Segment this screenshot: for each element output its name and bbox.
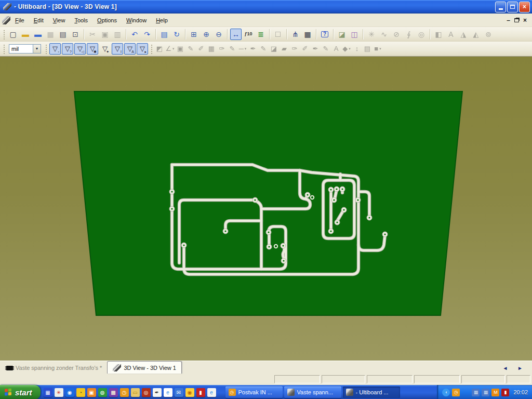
pad-hole-8 — [224, 230, 226, 232]
tray-network-1[interactable]: ▦ — [472, 389, 480, 396]
zoom-in-button[interactable]: ⊕ — [201, 29, 212, 40]
mdi-close-button[interactable]: × — [523, 17, 527, 24]
undo-button[interactable]: ↶ — [129, 29, 140, 40]
draw-tools: ◩∠ ▾▣✎✐▦✑✎─ ▾✒✎◪▰✑✐✒✎A◆ ▾↕▤■ ▾ — [154, 45, 383, 52]
birds-eye-button[interactable]: ◫ — [349, 29, 360, 40]
tray-messenger[interactable]: M — [491, 389, 499, 396]
menu-tools[interactable]: Tools — [70, 15, 92, 25]
print-button[interactable]: ▤ — [57, 29, 69, 40]
task-button-2[interactable]: Vaste spann... — [284, 387, 341, 398]
sheet-tab-1[interactable]: Vaste spanning zonder Transfo's * — [1, 362, 107, 374]
ql-save[interactable]: ▦ — [44, 388, 52, 397]
pad-hole-18 — [336, 221, 338, 223]
zoom-out-button[interactable]: ⊖ — [213, 29, 224, 40]
filter-query-button[interactable]: ▽? — [62, 43, 73, 55]
toolbar-grip[interactable] — [150, 44, 153, 54]
ql-pictures[interactable]: ▣ — [87, 388, 96, 397]
redraw-button[interactable]: ↻ — [171, 29, 182, 40]
select-area-button-icon: ☐ — [275, 31, 282, 38]
ql-web-search[interactable]: ◍ — [98, 388, 107, 397]
draw-tool-8: ✎ — [227, 45, 237, 52]
open-project-button[interactable]: ▬ — [32, 29, 44, 40]
draw-tool-7: ✑ — [217, 45, 227, 52]
start-button[interactable]: start — [0, 385, 41, 399]
filter-pads-button[interactable]: ▽▫ — [49, 43, 61, 55]
ql-mail[interactable]: ✉ — [175, 388, 183, 397]
menu-window[interactable]: Window — [122, 15, 151, 25]
design-toolbox-button[interactable]: ◪ — [336, 29, 348, 40]
zoom-window-button[interactable]: ⊞ — [188, 29, 200, 40]
mdi-minimize-button[interactable]: – — [507, 17, 510, 24]
help-button[interactable]: ? — [319, 29, 330, 40]
tray-chevron-icon[interactable]: ‹ — [442, 389, 450, 396]
ql-folder[interactable]: ▭ — [131, 388, 140, 397]
ql-hand[interactable]: ✳ — [55, 388, 63, 397]
mdi-restore-button[interactable] — [514, 18, 519, 22]
draw-tool-21: ▤ — [362, 45, 373, 52]
ql-browser2[interactable]: ◎ — [142, 388, 151, 397]
autoroute-button: ✳ — [366, 29, 377, 40]
print-preview-button[interactable]: ⊡ — [70, 29, 81, 40]
toolbar-grip[interactable] — [3, 44, 5, 54]
tray-clock-app[interactable]: ◷ — [452, 389, 460, 396]
filter-vias-button[interactable]: ▽✦ — [99, 43, 111, 55]
netlist-button-icon: ⊘ — [393, 31, 400, 38]
menu-file[interactable]: File — [10, 15, 29, 25]
units-combobox[interactable]: mil ▼ — [9, 44, 41, 54]
zoom-fit-button[interactable]: ↔ — [230, 29, 242, 40]
text-button: A — [445, 29, 457, 40]
rotate-ccw-button: ◭ — [470, 29, 482, 40]
minimize-button[interactable] — [495, 2, 506, 12]
layers-button[interactable]: ≣ — [255, 29, 267, 40]
properties-button[interactable]: ▤ — [158, 29, 170, 40]
ql-ie[interactable]: e — [164, 388, 172, 397]
tray-device[interactable]: ▮ — [501, 389, 509, 396]
toolbar-separator — [316, 29, 316, 39]
draw-tool-1: ◩ — [154, 45, 165, 52]
paste-button-icon: ▥ — [114, 31, 121, 38]
spreadsheet-button[interactable]: ▦ — [302, 29, 313, 40]
new-button[interactable]: ▢ — [7, 29, 19, 40]
select-area-button: ☐ — [272, 29, 284, 40]
zoom-scale-button[interactable]: ƒ10 — [243, 29, 254, 40]
filter-traces-button[interactable]: ▽I — [112, 43, 123, 55]
tray-display[interactable] — [462, 389, 470, 396]
ql-recorder[interactable]: ▮ — [196, 388, 205, 397]
ql-player[interactable]: ◉ — [65, 388, 74, 397]
ql-alarm[interactable]: ◉ — [185, 388, 194, 397]
menu-options[interactable]: Options — [92, 15, 122, 25]
redo-button[interactable]: ↷ — [141, 29, 153, 40]
filter-text-button[interactable]: ▽A — [124, 43, 136, 55]
viewport-3d[interactable] — [0, 56, 532, 361]
sheet-tab-2[interactable]: 3D View - 3D View 1 — [107, 361, 181, 374]
ql-ie-page[interactable]: e — [207, 388, 216, 397]
hierarchy-button[interactable]: ⋔ — [289, 29, 301, 40]
tab-scroll-arrows[interactable]: ◄ ► — [502, 365, 531, 371]
open-button[interactable]: ▬ — [20, 29, 31, 40]
pad-hole-15 — [336, 188, 337, 190]
filter-parts-button[interactable]: ▽✱ — [87, 43, 98, 55]
ql-scheduler[interactable]: ◔ — [76, 388, 85, 397]
ql-media[interactable]: ▩ — [109, 388, 118, 397]
close-button[interactable]: × — [519, 2, 530, 12]
toolbar-separator — [363, 29, 363, 39]
restore-button[interactable] — [507, 2, 518, 12]
ql-pointer[interactable]: ✒ — [153, 388, 162, 397]
ratsnest-button-icon: ∿ — [381, 31, 387, 38]
filter-shapes-button[interactable]: ▽◁ — [74, 43, 86, 55]
pad-hole-9 — [268, 231, 269, 233]
redraw-button-icon: ↻ — [174, 31, 180, 38]
toolbar-grip[interactable] — [3, 29, 5, 39]
task-button-3[interactable]: - Ultiboard ... — [343, 387, 400, 398]
ql-clock-app[interactable]: ◷ — [120, 388, 129, 397]
pad-hole-1 — [171, 208, 172, 209]
menu-view[interactable]: View — [48, 15, 70, 25]
menu-help[interactable]: Help — [151, 15, 172, 25]
tray-network-2[interactable]: ▦ — [482, 389, 489, 396]
task-button-1[interactable]: ◷Postvak IN ... — [225, 387, 283, 398]
document-icon[interactable] — [2, 16, 10, 24]
toolbar-grip[interactable] — [45, 44, 47, 54]
filter-other-button[interactable]: ▽▸ — [137, 43, 148, 55]
chevron-down-icon[interactable]: ▼ — [33, 44, 41, 54]
menu-edit[interactable]: Edit — [29, 15, 48, 25]
